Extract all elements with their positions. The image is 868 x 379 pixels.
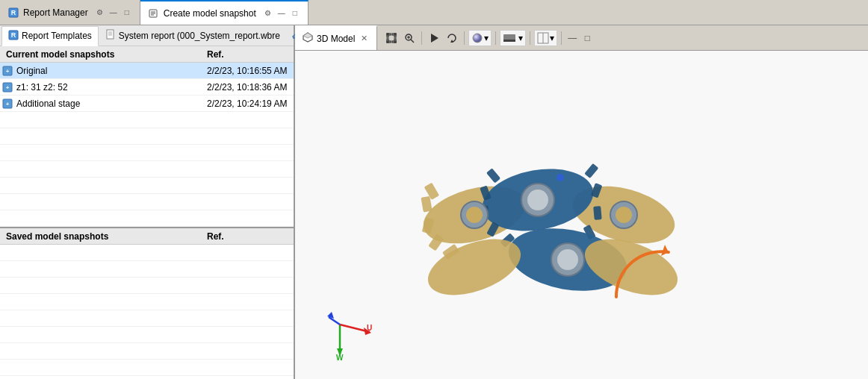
empty-row (0, 178, 294, 194)
empty-row (0, 310, 294, 327)
toolbar-sep-5 (561, 31, 562, 45)
model-tab-bar: 3D Model ✕ (295, 25, 868, 51)
material-dropdown[interactable]: ▾ (468, 30, 492, 46)
saved-snapshots-ref-header: Ref. (204, 230, 294, 243)
svg-rect-55 (593, 206, 602, 220)
svg-rect-53 (584, 163, 598, 178)
tab-settings-icon[interactable]: ⚙ (95, 7, 105, 18)
empty-rows-saved (0, 245, 294, 379)
zoom-button[interactable] (401, 30, 418, 46)
tab-report-manager[interactable]: R Report Manager ⚙ — □ (0, 0, 140, 25)
play-button[interactable] (426, 30, 442, 46)
tab-maximize-icon[interactable]: □ (122, 7, 132, 18)
table-row[interactable]: + Additional stage 2/2/23, 10:24:19 AM (0, 95, 294, 112)
svg-marker-20 (303, 33, 312, 38)
empty-rows-current (0, 112, 294, 227)
tab-controls: ⚙ — □ (95, 7, 132, 18)
toolbar-sep-1 (421, 31, 422, 45)
rotate-button[interactable] (444, 30, 460, 46)
empty-row (0, 161, 294, 178)
svg-line-30 (411, 40, 414, 43)
top-tab-bar: R Report Manager ⚙ — □ Create model snap… (0, 0, 868, 25)
row-name-additional: Additional stage (15, 98, 204, 109)
saved-snapshots-section: Saved model snapshots Ref. (0, 228, 294, 379)
svg-point-35 (473, 34, 482, 43)
create-snapshot-label: Create model snapshot (164, 8, 256, 19)
svg-point-65 (466, 207, 483, 223)
color-dropdown[interactable]: ▾ (500, 30, 526, 46)
snapshot-icon (148, 7, 160, 19)
toolbar-sep-4 (530, 31, 530, 45)
report-manager-icon: R (7, 7, 19, 19)
svg-rect-8 (107, 30, 114, 39)
saved-snapshots-title: Saved model snapshots (0, 230, 204, 243)
svg-marker-33 (431, 34, 438, 43)
current-snapshots-title: Current model snapshots (0, 48, 204, 61)
svg-point-61 (527, 190, 548, 210)
sub-tab-bar: R Report Templates System report (000_Sy… (0, 25, 294, 46)
tab-system-report[interactable]: System report (000_System_report.wbre (99, 25, 287, 46)
table-row[interactable]: + z1: 31 z2: 52 2/2/23, 10:18:36 AM (0, 79, 294, 95)
tab-create-snapshot[interactable]: Create model snapshot ⚙ — □ (140, 0, 309, 25)
tab-minimize-icon[interactable]: — (108, 7, 119, 18)
empty-row (0, 294, 294, 310)
tab-close-icon[interactable]: ✕ (359, 34, 369, 44)
svg-text:+: + (6, 84, 10, 91)
empty-row (0, 360, 294, 376)
snapshot-maximize-icon[interactable]: □ (290, 8, 300, 19)
svg-text:+: + (6, 68, 10, 75)
layout-dropdown[interactable]: ▾ (534, 30, 557, 46)
report-manager-label: Report Manager (23, 7, 88, 18)
empty-row (0, 343, 294, 360)
svg-rect-48 (486, 168, 500, 183)
row-date-original: 2/2/23, 10:16:55 AM (204, 66, 294, 76)
row-name-original: Original (15, 66, 204, 76)
empty-row (0, 278, 294, 294)
row-icon-original: + (0, 66, 15, 76)
svg-line-74 (329, 317, 340, 325)
right-panel-maximize[interactable]: □ (580, 31, 594, 45)
svg-text:+: + (6, 101, 10, 107)
right-panel: 3D Model ✕ (295, 25, 868, 379)
toolbar-sep-3 (495, 31, 496, 45)
svg-text:R: R (11, 31, 16, 39)
row-date-additional: 2/2/23, 10:24:19 AM (204, 98, 294, 109)
snapshot-settings-icon[interactable]: ⚙ (263, 8, 273, 19)
svg-point-69 (557, 174, 564, 181)
empty-row (0, 327, 294, 343)
empty-row (0, 210, 294, 227)
row-icon-additional: + (0, 98, 15, 109)
svg-marker-34 (450, 40, 453, 43)
snapshot-minimize-icon[interactable]: — (276, 8, 287, 19)
saved-snapshots-body (0, 245, 294, 379)
current-snapshots-body: + Original 2/2/23, 10:16:55 AM + z1: 31 … (0, 63, 294, 227)
fit-view-button[interactable] (383, 30, 400, 46)
empty-row (0, 245, 294, 261)
3d-model-label: 3D Model (317, 34, 355, 44)
tab-report-templates[interactable]: R Report Templates (1, 26, 99, 46)
saved-snapshots-header: Saved model snapshots Ref. (0, 228, 294, 245)
tab-3d-model[interactable]: 3D Model ✕ (295, 25, 377, 50)
right-panel-minimize[interactable]: — (565, 31, 579, 45)
coordinate-axes: W U (325, 310, 377, 364)
toolbar-sep-2 (464, 31, 465, 45)
report-templates-label: Report Templates (22, 31, 92, 41)
current-snapshots-ref-header: Ref. (204, 48, 294, 61)
empty-row (0, 376, 294, 379)
snapshot-tab-controls: ⚙ — □ (263, 8, 300, 19)
svg-text:R: R (11, 9, 16, 16)
empty-row (0, 145, 294, 161)
empty-row (0, 261, 294, 278)
table-row[interactable]: + Original 2/2/23, 10:16:55 AM (0, 63, 294, 79)
svg-point-63 (557, 249, 578, 270)
material-dropdown-arrow: ▾ (484, 33, 489, 43)
model-toolbar: ▾ ▾ ▾ (380, 30, 597, 46)
3d-viewport[interactable]: W U (295, 51, 868, 379)
row-date-z1: 2/2/23, 10:18:36 AM (204, 82, 294, 93)
row-name-z1: z1: 31 z2: 52 (15, 82, 204, 93)
empty-row (0, 112, 294, 128)
empty-row (0, 128, 294, 145)
current-snapshots-section: Current model snapshots Ref. + Original … (0, 46, 294, 228)
3d-model-icon (303, 32, 313, 45)
row-icon-z1: + (0, 82, 15, 93)
